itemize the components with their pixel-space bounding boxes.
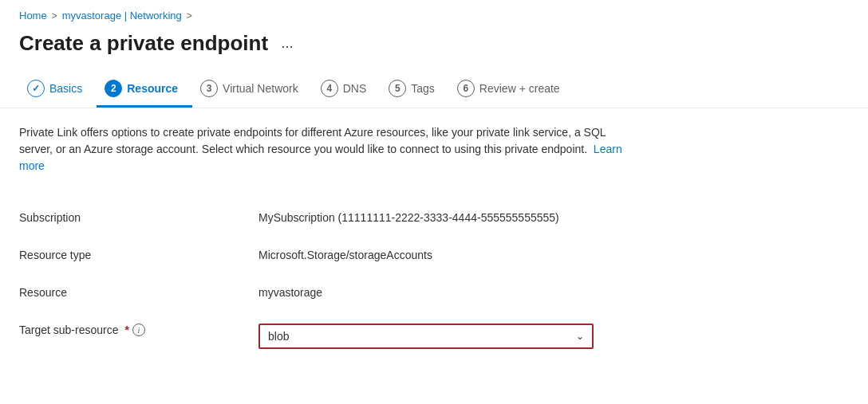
subscription-label: Subscription — [19, 206, 258, 224]
resource-type-label: Resource type — [19, 244, 258, 261]
tags-tab-circle: 5 — [389, 80, 406, 97]
description-body: Private Link offers options to create pr… — [19, 126, 606, 155]
page-title-area: Create a private endpoint ... — [0, 28, 868, 72]
target-sub-resource-row: Target sub-resource * i blob ⌄ — [19, 309, 849, 359]
target-sub-resource-dropdown-value: blob — [268, 330, 289, 343]
chevron-down-icon: ⌄ — [576, 331, 584, 342]
target-sub-resource-value: blob ⌄ — [258, 319, 849, 349]
breadcrumb-storage-networking[interactable]: myvastorage | Networking — [62, 10, 182, 22]
breadcrumb: Home > myvastorage | Networking > — [0, 0, 868, 28]
basics-tab-label: Basics — [49, 82, 82, 95]
resource-type-row: Resource type Microsoft.Storage/storageA… — [19, 234, 849, 272]
resource-tab-label: Resource — [127, 82, 178, 95]
tab-basics[interactable]: ✓ Basics — [19, 72, 97, 108]
dns-tab-label: DNS — [343, 82, 367, 95]
review-create-tab-label: Review + create — [479, 82, 560, 95]
subscription-value: MySubscription (11111111-2222-3333-4444-… — [258, 206, 849, 224]
page-title: Create a private endpoint — [19, 31, 268, 56]
tab-tags[interactable]: 5 Tags — [381, 72, 449, 108]
tab-resource[interactable]: 2 Resource — [97, 72, 192, 108]
breadcrumb-sep-1: > — [52, 10, 57, 22]
basics-tab-circle: ✓ — [27, 80, 45, 97]
required-star: * — [122, 324, 129, 336]
description-text: Private Link offers options to create pr… — [19, 124, 641, 175]
ellipsis-button[interactable]: ... — [276, 33, 298, 55]
breadcrumb-home[interactable]: Home — [19, 10, 47, 22]
virtual-network-tab-label: Virtual Network — [223, 82, 298, 95]
resource-type-value: Microsoft.Storage/storageAccounts — [258, 244, 849, 261]
tab-review-create[interactable]: 6 Review + create — [449, 72, 574, 108]
target-sub-resource-label: Target sub-resource * i — [19, 319, 258, 336]
wizard-tabs: ✓ Basics 2 Resource 3 Virtual Network 4 … — [0, 72, 868, 108]
breadcrumb-sep-2: > — [187, 10, 192, 22]
tab-virtual-network[interactable]: 3 Virtual Network — [192, 72, 313, 108]
target-sub-resource-dropdown[interactable]: blob ⌄ — [258, 324, 594, 349]
dns-tab-circle: 4 — [321, 80, 338, 97]
resource-row: Resource myvastorage — [19, 272, 849, 309]
resource-label: Resource — [19, 281, 258, 299]
content-area: Private Link offers options to create pr… — [0, 108, 868, 375]
tab-dns[interactable]: 4 DNS — [313, 72, 381, 108]
virtual-network-tab-circle: 3 — [200, 80, 218, 97]
review-create-tab-circle: 6 — [457, 80, 475, 97]
target-sub-resource-dropdown-container: blob ⌄ — [258, 324, 594, 349]
info-icon[interactable]: i — [132, 324, 145, 336]
subscription-row: Subscription MySubscription (11111111-22… — [19, 197, 849, 234]
resource-value: myvastorage — [258, 281, 849, 299]
tags-tab-label: Tags — [411, 82, 435, 95]
form-section: Subscription MySubscription (11111111-22… — [19, 197, 849, 359]
resource-tab-circle: 2 — [105, 80, 122, 97]
